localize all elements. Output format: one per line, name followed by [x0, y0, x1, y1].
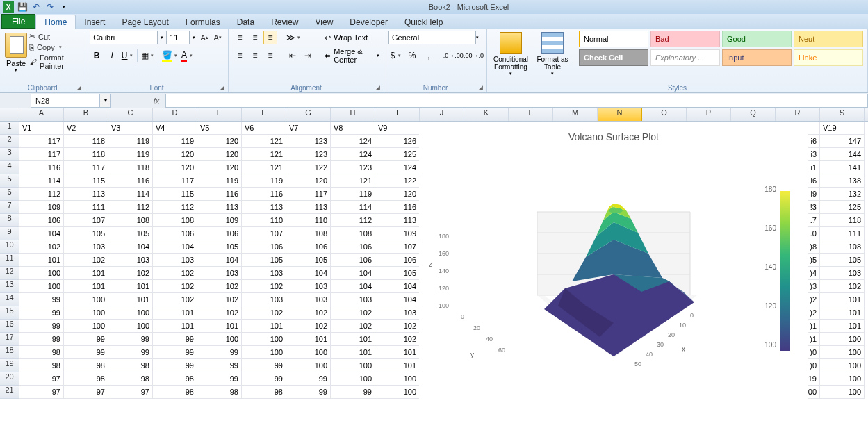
- row-header[interactable]: 15: [0, 306, 19, 320]
- cell[interactable]: 107: [375, 240, 420, 254]
- cell[interactable]: 105: [820, 254, 865, 267]
- cell[interactable]: 102: [331, 320, 375, 333]
- cell[interactable]: 108: [286, 227, 331, 240]
- column-header[interactable]: J: [420, 108, 464, 121]
- cell[interactable]: 120: [286, 174, 331, 188]
- cell[interactable]: 100: [19, 280, 64, 293]
- cell[interactable]: 100: [108, 306, 153, 320]
- formula-bar[interactable]: [165, 94, 868, 108]
- cell[interactable]: 103: [375, 306, 420, 320]
- cell[interactable]: 102: [331, 306, 375, 320]
- cell[interactable]: 105: [286, 254, 331, 267]
- cell[interactable]: 101: [153, 306, 197, 320]
- column-header[interactable]: M: [553, 108, 598, 121]
- cell[interactable]: 99: [108, 333, 153, 346]
- cell[interactable]: 103: [286, 280, 331, 293]
- cell[interactable]: 104: [197, 254, 242, 267]
- cell[interactable]: 99: [242, 359, 286, 372]
- cell[interactable]: 125: [375, 148, 420, 161]
- cell[interactable]: 147: [820, 135, 865, 148]
- column-header[interactable]: O: [642, 108, 687, 121]
- row-header[interactable]: 6: [0, 188, 19, 201]
- underline-button[interactable]: U: [120, 49, 134, 63]
- cell[interactable]: 103: [820, 267, 865, 280]
- row-header[interactable]: 14: [0, 293, 19, 306]
- row-header[interactable]: 20: [0, 372, 19, 386]
- cell[interactable]: 106: [153, 227, 197, 240]
- cell[interactable]: 123: [286, 135, 331, 148]
- cell[interactable]: 99: [286, 386, 331, 399]
- format-painter-button[interactable]: 🖌Format Painter: [29, 53, 81, 70]
- cell[interactable]: 102: [375, 333, 420, 346]
- cell[interactable]: 102: [197, 280, 242, 293]
- cell[interactable]: 102: [153, 293, 197, 306]
- name-box-dropdown[interactable]: ▾: [100, 94, 111, 108]
- cell[interactable]: 101: [153, 320, 197, 333]
- cell[interactable]: 114: [19, 174, 64, 188]
- cell[interactable]: 112: [153, 201, 197, 214]
- cell[interactable]: 104: [331, 267, 375, 280]
- tab-developer[interactable]: Developer: [341, 15, 396, 29]
- cell[interactable]: 104: [19, 227, 64, 240]
- cell[interactable]: V1: [19, 122, 64, 135]
- cell[interactable]: V3: [108, 122, 153, 135]
- cell[interactable]: 99: [19, 333, 64, 346]
- cell[interactable]: 126: [375, 135, 420, 148]
- format-as-table-button[interactable]: Format as Table▾: [533, 32, 572, 76]
- cut-button[interactable]: ✂Cut: [29, 32, 81, 41]
- cell[interactable]: 106: [242, 240, 286, 254]
- cell[interactable]: 105: [197, 240, 242, 254]
- cell[interactable]: 102: [286, 320, 331, 333]
- column-header[interactable]: Q: [731, 108, 776, 121]
- cell[interactable]: 106: [331, 240, 375, 254]
- tab-formulas[interactable]: Formulas: [177, 15, 229, 29]
- cell[interactable]: V4: [153, 122, 197, 135]
- copy-button[interactable]: ⎘Copy▾: [29, 43, 81, 51]
- cell[interactable]: 103: [242, 293, 286, 306]
- cell[interactable]: 102: [153, 267, 197, 280]
- cell[interactable]: 108: [153, 214, 197, 227]
- cell[interactable]: 125: [820, 201, 865, 214]
- style-input[interactable]: Input: [722, 49, 792, 66]
- cell[interactable]: 108: [820, 240, 865, 254]
- cell[interactable]: 97: [19, 386, 64, 399]
- bold-button[interactable]: B: [90, 49, 104, 63]
- cell[interactable]: 101: [197, 320, 242, 333]
- cell[interactable]: 108: [108, 214, 153, 227]
- cell[interactable]: 120: [375, 188, 420, 201]
- cell[interactable]: 122: [286, 161, 331, 174]
- cell[interactable]: 112: [331, 214, 375, 227]
- cell[interactable]: 110: [242, 214, 286, 227]
- cell[interactable]: 119: [242, 174, 286, 188]
- undo-icon[interactable]: ↶: [31, 1, 42, 13]
- cell[interactable]: 106: [331, 254, 375, 267]
- tab-data[interactable]: Data: [229, 15, 263, 29]
- cell[interactable]: 98: [108, 372, 153, 386]
- column-header[interactable]: C: [108, 108, 153, 121]
- cell[interactable]: 120: [153, 148, 197, 161]
- row-header[interactable]: 10: [0, 240, 19, 254]
- font-name-input[interactable]: [90, 31, 158, 44]
- cell[interactable]: 100: [286, 359, 331, 372]
- cell[interactable]: 99: [153, 359, 197, 372]
- cell[interactable]: 109: [375, 227, 420, 240]
- cell[interactable]: 101: [64, 267, 108, 280]
- cell[interactable]: 121: [331, 174, 375, 188]
- row-header[interactable]: 17: [0, 333, 19, 346]
- row-header[interactable]: 13: [0, 280, 19, 293]
- cell[interactable]: 103: [242, 267, 286, 280]
- style-check[interactable]: Check Cell: [579, 49, 648, 66]
- cell[interactable]: 102: [242, 280, 286, 293]
- cell[interactable]: 109: [197, 214, 242, 227]
- cell[interactable]: 102: [375, 320, 420, 333]
- number-format-input[interactable]: [388, 31, 476, 44]
- fx-icon[interactable]: fx: [147, 97, 165, 105]
- cell[interactable]: 100: [64, 320, 108, 333]
- cell[interactable]: 132: [820, 188, 865, 201]
- cell[interactable]: 100: [286, 346, 331, 359]
- cell[interactable]: 101: [331, 333, 375, 346]
- cell[interactable]: 106: [375, 254, 420, 267]
- decrease-decimal-button[interactable]: .00→.0: [465, 49, 482, 63]
- row-header[interactable]: 16: [0, 320, 19, 333]
- cell[interactable]: 99: [242, 372, 286, 386]
